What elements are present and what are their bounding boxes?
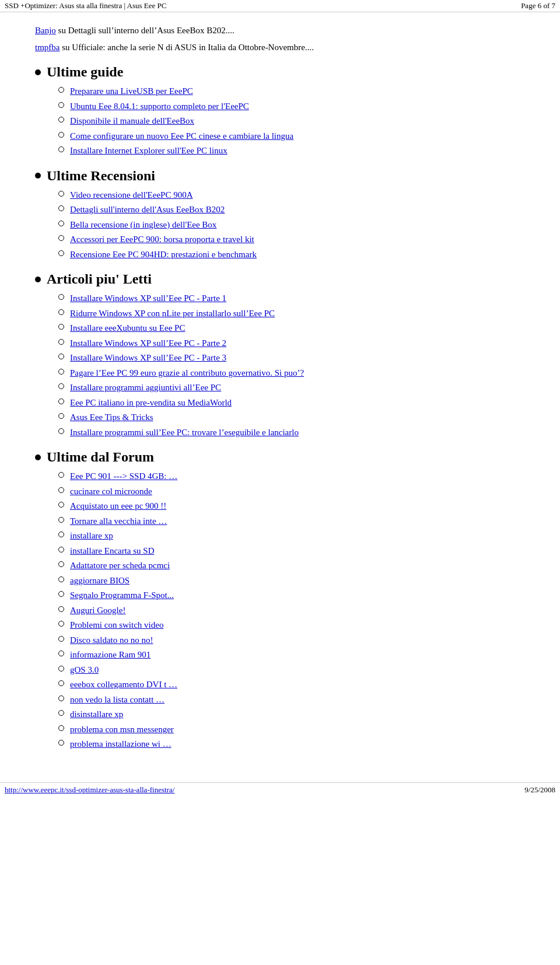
circle-bullet-icon	[58, 710, 64, 716]
circle-bullet-icon	[58, 146, 64, 152]
list-item-link[interactable]: Video recensione dell'EeePC 900A	[70, 188, 193, 202]
circle-bullet-icon	[58, 561, 64, 567]
list-item: cucinare col microonde	[58, 485, 525, 498]
list-item: Installare Windows XP sull’Eee PC - Part…	[58, 351, 525, 365]
list-item-link[interactable]: Pagare l’Eee PC 99 euro grazie al contri…	[70, 366, 304, 380]
circle-bullet-icon	[58, 235, 64, 241]
list-item-link[interactable]: Ridurre Windows XP con nLite per install…	[70, 307, 275, 320]
circle-bullet-icon	[58, 398, 64, 404]
list-item: Installare programmi aggiuntivi all’Eee …	[58, 381, 525, 394]
list-item-link[interactable]: Installare Internet Explorer sull'Eee PC…	[70, 144, 228, 158]
circle-bullet-icon	[58, 740, 64, 746]
list-item-link[interactable]: Installare Windows XP sull’Eee PC - Part…	[70, 351, 226, 365]
list-item-link[interactable]: problema con msn messenger	[70, 723, 174, 736]
list-item: Dettagli sull'interno dell'Asus EeeBox B…	[58, 203, 525, 216]
circle-bullet-icon	[58, 205, 64, 211]
list-item-link[interactable]: Problemi con switch video	[70, 618, 163, 632]
list-item: aggiornare BIOS	[58, 574, 525, 588]
list-item-link[interactable]: gOS 3.0	[70, 663, 99, 677]
circle-bullet-icon	[58, 532, 64, 537]
list-item-link[interactable]: Installare programmi sull’Eee PC: trovar…	[70, 426, 299, 439]
list-item-link[interactable]: Auguri Google!	[70, 604, 125, 617]
circle-bullet-icon	[58, 191, 64, 197]
list-item-link[interactable]: cucinare col microonde	[70, 485, 152, 498]
circle-bullet-icon	[58, 502, 64, 508]
list-item-link[interactable]: non vedo la lista contatt …	[70, 693, 164, 707]
circle-bullet-icon	[58, 413, 64, 419]
list-item-link[interactable]: Acquistato un eee pc 900 !!	[70, 499, 166, 513]
circle-bullet-icon	[58, 591, 64, 597]
list-item-link[interactable]: problema installazione wi …	[70, 737, 172, 751]
list-item-link[interactable]: Installare programmi aggiuntivi all’Eee …	[70, 381, 221, 394]
list-item-link[interactable]: Accessori per EeePC 900: borsa proporta …	[70, 233, 254, 246]
list-item-link[interactable]: Eee PC italiano in pre-vendita su MediaW…	[70, 396, 232, 410]
circle-bullet-icon	[58, 487, 64, 493]
list-item-link[interactable]: Bella recensione (in inglese) dell'Eee B…	[70, 218, 216, 232]
circle-bullet-icon	[58, 221, 64, 226]
circle-bullet-icon	[58, 576, 64, 582]
list-item-link[interactable]: Dettagli sull'interno dell'Asus EeeBox B…	[70, 203, 225, 216]
list-item: installare xp	[58, 529, 525, 543]
bullet-dot	[35, 277, 41, 282]
list-item: Installare Internet Explorer sull'Eee PC…	[58, 144, 525, 158]
circle-bullet-icon	[58, 383, 64, 389]
list-item-link[interactable]: Preparare una LiveUSB per EeePC	[70, 85, 193, 98]
circle-bullet-icon	[58, 547, 64, 553]
list-item-link[interactable]: Installare eeeXubuntu su Eee PC	[70, 321, 185, 335]
list-item: disinstallare xp	[58, 708, 525, 721]
list-item-link[interactable]: installare xp	[70, 529, 113, 543]
list-item: Adattatore per scheda pcmci	[58, 559, 525, 572]
list-item-link[interactable]: Segnalo Programma F-Spot...	[70, 589, 174, 602]
circle-bullet-icon	[58, 369, 64, 375]
circle-bullet-icon	[58, 250, 64, 256]
list-item: Video recensione dell'EeePC 900A	[58, 188, 525, 202]
list-item-link[interactable]: installare Encarta su SD	[70, 544, 155, 558]
list-item: Ridurre Windows XP con nLite per install…	[58, 307, 525, 320]
list-item-link[interactable]: Disponibile il manuale dell'EeeBox	[70, 114, 194, 128]
list-item-link[interactable]: disinstallare xp	[70, 708, 123, 721]
list-item-link[interactable]: Installare Windows XP sull’Eee PC - Part…	[70, 337, 226, 350]
circle-bullet-icon	[58, 87, 64, 93]
footer-url[interactable]: http://www.eeepc.it/ssd-optimizer-asus-s…	[5, 785, 174, 795]
list-item-link[interactable]: Adattatore per scheda pcmci	[70, 559, 170, 572]
circle-bullet-icon	[58, 354, 64, 359]
list-item: Eee PC italiano in pre-vendita su MediaW…	[58, 396, 525, 410]
section-heading-2: Articoli piu' Letti	[35, 271, 525, 287]
circle-bullet-icon	[58, 621, 64, 627]
circle-bullet-icon	[58, 117, 64, 123]
list-item-link[interactable]: Disco saldato no no no!	[70, 634, 153, 647]
sub-list-2: Installare Windows XP sull’Eee PC - Part…	[58, 292, 525, 439]
list-item-link[interactable]: Ubuntu Eee 8.04.1: supporto completo per…	[70, 100, 249, 113]
list-item-link[interactable]: Recensione Eee PC 904HD: prestazioni e b…	[70, 248, 257, 261]
section-heading-0: Ultime guide	[35, 64, 525, 80]
page-number: Page 6 of 7	[521, 1, 555, 11]
list-item: Installare Windows XP sull’Eee PC - Part…	[58, 337, 525, 350]
list-item: informazione Ram 901	[58, 648, 525, 662]
intro-link[interactable]: Banjo	[35, 26, 56, 35]
page-title: SSD +Optimizer: Asus sta alla finestra |…	[5, 1, 167, 11]
bullet-dot	[35, 173, 41, 179]
list-item: Installare eeeXubuntu su Eee PC	[58, 321, 525, 335]
list-item-link[interactable]: Installare Windows XP sull’Eee PC - Part…	[70, 292, 226, 305]
sub-list-3: Eee PC 901 ---> SSD 4GB: …cucinare col m…	[58, 470, 525, 751]
circle-bullet-icon	[58, 606, 64, 612]
list-item-link[interactable]: aggiornare BIOS	[70, 574, 130, 588]
list-item: Preparare una LiveUSB per EeePC	[58, 85, 525, 98]
list-item-link[interactable]: Asus Eee Tips & Tricks	[70, 411, 153, 424]
intro-link[interactable]: tmpfba	[35, 43, 60, 52]
list-item-link[interactable]: Eee PC 901 ---> SSD 4GB: …	[70, 470, 177, 483]
list-item: Segnalo Programma F-Spot...	[58, 589, 525, 602]
list-item-link[interactable]: informazione Ram 901	[70, 648, 150, 662]
list-item-link[interactable]: eeebox collegamento DVI t …	[70, 678, 177, 691]
list-item: Problemi con switch video	[58, 618, 525, 632]
circle-bullet-icon	[58, 428, 64, 434]
list-item-link[interactable]: Tornare alla vecchia inte …	[70, 515, 167, 528]
sections-container: Ultime guidePreparare una LiveUSB per Ee…	[35, 64, 525, 751]
bullet-dot	[35, 454, 41, 460]
circle-bullet-icon	[58, 102, 64, 108]
list-item-link[interactable]: Come configurare un nuovo Eee PC cinese …	[70, 130, 293, 143]
list-item: problema con msn messenger	[58, 723, 525, 736]
list-item: Accessori per EeePC 900: borsa proporta …	[58, 233, 525, 246]
list-item: Come configurare un nuovo Eee PC cinese …	[58, 130, 525, 143]
list-item: Installare Windows XP sull’Eee PC - Part…	[58, 292, 525, 305]
